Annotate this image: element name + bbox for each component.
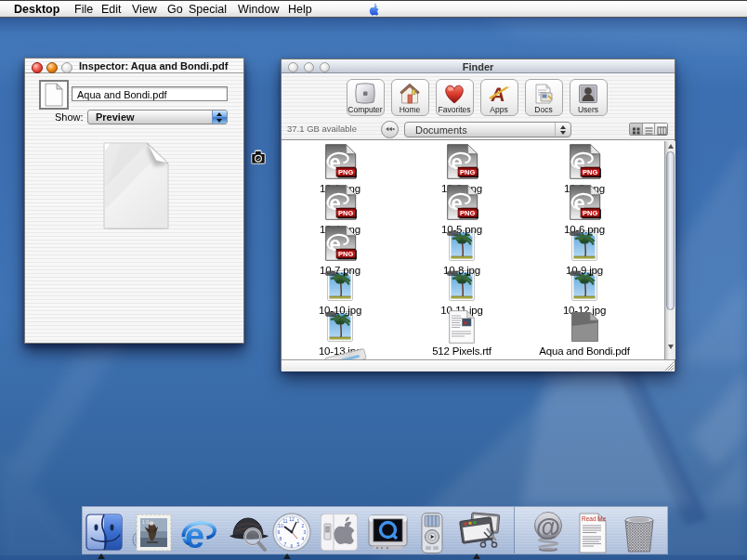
svg-text:1 0: 1 0 — [142, 519, 149, 525]
svg-text:Read Me: Read Me — [582, 515, 607, 522]
svg-text:9: 9 — [278, 529, 281, 535]
svg-text:1: 1 — [297, 517, 300, 523]
svg-text:8: 8 — [280, 536, 282, 541]
svg-text:6: 6 — [291, 542, 294, 548]
svg-text:2: 2 — [302, 522, 305, 527]
svg-text:7: 7 — [284, 540, 287, 546]
svg-text:4: 4 — [302, 536, 305, 541]
svg-text:3: 3 — [304, 529, 307, 535]
svg-text:12: 12 — [289, 515, 295, 521]
svg-text:11: 11 — [282, 517, 287, 523]
svg-text:5: 5 — [297, 540, 300, 546]
svg-text:@: @ — [536, 513, 560, 540]
